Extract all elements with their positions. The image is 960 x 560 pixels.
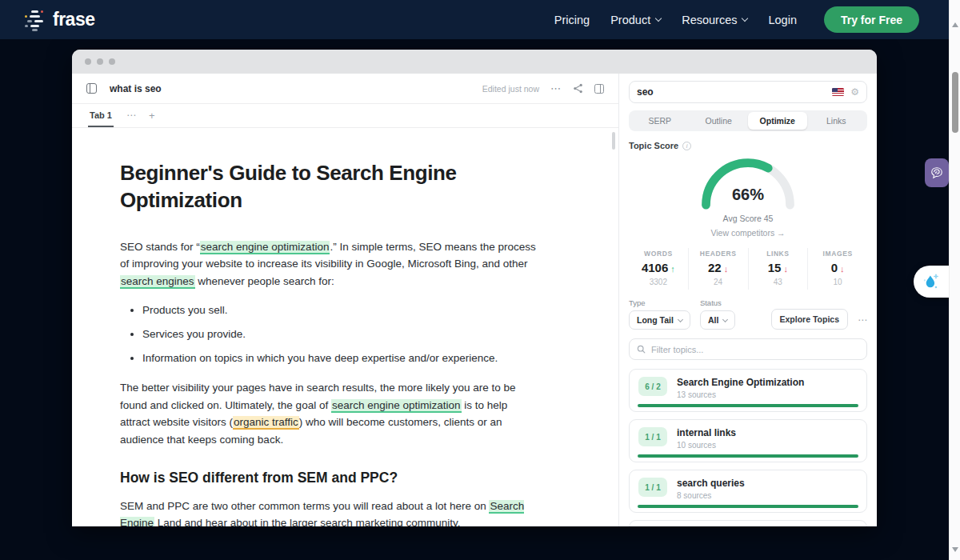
scroll-up-arrow-icon[interactable]: [952, 22, 958, 27]
stat-value: 4106: [642, 261, 668, 274]
ai-assistant-tab[interactable]: [925, 158, 949, 187]
filter-topics-input[interactable]: Filter topics...: [629, 338, 867, 360]
topics-more-icon[interactable]: ⋯: [858, 314, 867, 330]
doc-bullet: Information on topics in which you have …: [142, 350, 538, 367]
trend-arrow-icon: ↓: [783, 264, 788, 274]
topic-sources: 8 sources: [677, 491, 745, 500]
add-tab-icon[interactable]: +: [149, 110, 155, 127]
brand-name: frase: [53, 9, 94, 30]
nav-link[interactable]: Pricing: [554, 14, 590, 26]
doc-heading-1: Beginner's Guide to Search Engine Optimi…: [120, 160, 538, 214]
gear-icon[interactable]: ⚙: [850, 87, 859, 97]
brain-chat-icon: [929, 165, 945, 181]
topic-card[interactable]: 1 / 1 search queries 8 sources: [629, 470, 867, 513]
topic-card[interactable]: 2 / 1 user experiences 8 sources: [629, 520, 867, 526]
document-tabbar: Tab 1 ⋯ +: [72, 104, 618, 128]
topic-title: search queries: [677, 478, 745, 489]
top-nav: frase Pricing Product Resources Login Tr…: [0, 0, 960, 39]
stat-cell: WORDS 4106↑ 3302: [629, 248, 688, 290]
nav-link-label: Resources: [682, 14, 737, 26]
nav-links: Pricing Product Resources Login: [554, 14, 797, 26]
document-header: what is seo Edited just now ⋯: [72, 74, 618, 104]
nav-link-label: Login: [768, 14, 796, 26]
topic-title: internal links: [677, 427, 736, 438]
doc-heading-2: How is SEO different from SEM and PPC?: [120, 470, 538, 486]
status-dropdown[interactable]: All: [700, 310, 735, 330]
edited-status: Edited just now: [482, 84, 539, 94]
topic-score-value: 66%: [695, 186, 801, 204]
stat-target: 3302: [629, 278, 688, 286]
stat-cell: HEADERS 22↓ 24: [688, 248, 748, 290]
type-dropdown[interactable]: Long Tail: [629, 310, 690, 330]
stat-target: 24: [689, 278, 748, 286]
nav-link[interactable]: Product: [610, 14, 661, 26]
stat-cell: LINKS 15↓ 43: [748, 248, 808, 290]
topic-card[interactable]: 6 / 2 Search Engine Optimization 13 sour…: [629, 369, 867, 412]
nav-link[interactable]: Login: [768, 14, 796, 26]
window-dot: [85, 58, 91, 65]
topic-count-badge: 6 / 2: [638, 377, 667, 396]
doc-paragraph: SEO stands for “search engine optimizati…: [120, 238, 538, 290]
chevron-down-icon: [722, 316, 728, 322]
frase-logo[interactable]: frase: [24, 9, 94, 30]
topic-count-badge: 1 / 1: [638, 427, 667, 446]
chevron-down-icon: [655, 15, 662, 22]
stat-label: LINKS: [749, 250, 808, 258]
try-for-free-button[interactable]: Try for Free: [824, 6, 919, 33]
stat-value: 22: [708, 261, 722, 274]
nav-link[interactable]: Resources: [682, 14, 747, 26]
trend-arrow-icon: ↓: [840, 264, 845, 274]
scrollbar-thumb[interactable]: [952, 72, 958, 133]
app-window: what is seo Edited just now ⋯ Tab 1 ⋯: [72, 50, 877, 526]
doc-bullet-list: Products you sell.Services you provide.I…: [120, 302, 538, 366]
document-body[interactable]: Beginner's Guide to Search Engine Optimi…: [72, 128, 618, 526]
doc-paragraph: The better visibility your pages have in…: [120, 379, 538, 448]
chat-widget-button[interactable]: [914, 266, 949, 298]
stat-target: 10: [808, 278, 867, 286]
sidebar-toggle-icon[interactable]: [86, 83, 97, 94]
split-view-icon[interactable]: [594, 84, 604, 94]
share-icon[interactable]: [573, 83, 583, 94]
topic-list: 6 / 2 Search Engine Optimization 13 sour…: [629, 369, 867, 526]
explore-topics-button[interactable]: Explore Topics: [771, 309, 849, 330]
window-dot: [109, 58, 115, 65]
nav-link-label: Pricing: [554, 14, 590, 26]
info-icon[interactable]: i: [682, 142, 691, 150]
topic-title: Search Engine Optimization: [677, 377, 804, 388]
query-value: seo: [637, 86, 654, 98]
editor-scrollbar[interactable]: [612, 132, 615, 150]
topic-sources: 13 sources: [677, 390, 804, 399]
panel-tab[interactable]: Optimize: [748, 112, 807, 130]
query-input[interactable]: seo ⚙: [629, 81, 867, 103]
view-competitors-link[interactable]: View competitors →: [629, 228, 867, 238]
water-droplet-icon: [921, 271, 942, 292]
search-icon: [637, 345, 646, 354]
hero-stage: what is seo Edited just now ⋯ Tab 1 ⋯: [0, 39, 960, 560]
trend-arrow-icon: ↑: [670, 264, 675, 274]
frase-logo-icon: [24, 10, 46, 30]
document-title: what is seo: [110, 83, 162, 94]
stat-target: 43: [749, 278, 808, 286]
topic-progress-bar: [638, 505, 858, 508]
stat-label: WORDS: [629, 250, 688, 258]
topic-card[interactable]: 1 / 1 internal links 10 sources: [629, 419, 867, 462]
panel-tab[interactable]: Links: [807, 112, 866, 130]
tab-more-icon[interactable]: ⋯: [126, 110, 136, 127]
doc-bullet: Products you sell.: [142, 302, 538, 319]
topic-progress-bar: [638, 454, 858, 458]
page-scrollbar[interactable]: [949, 0, 960, 560]
doc-more-icon[interactable]: ⋯: [550, 82, 562, 94]
us-flag-icon[interactable]: [832, 88, 844, 96]
type-label: Type: [629, 298, 690, 307]
nav-link-label: Product: [610, 14, 650, 26]
panel-tab[interactable]: Outline: [690, 112, 749, 130]
document-editor: what is seo Edited just now ⋯ Tab 1 ⋯: [72, 74, 618, 526]
scroll-down-arrow-icon[interactable]: [952, 547, 958, 552]
doc-tab-1[interactable]: Tab 1: [88, 110, 114, 127]
window-dot: [97, 58, 103, 65]
stat-value: 15: [768, 261, 782, 274]
panel-tab[interactable]: SERP: [630, 112, 690, 130]
topic-score-gauge: 66%: [695, 154, 801, 213]
topic-progress-bar: [638, 404, 858, 407]
chevron-down-icon: [678, 316, 683, 322]
